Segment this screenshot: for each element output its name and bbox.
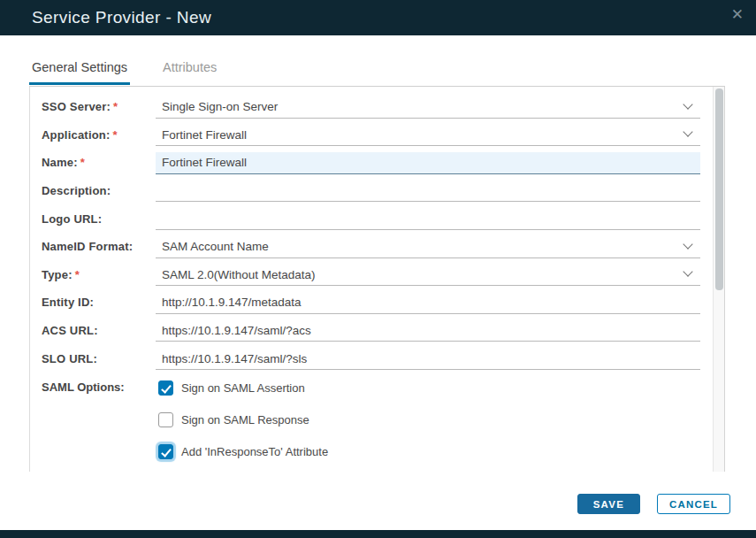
sign-saml-response-option: Sign on SAML Response bbox=[158, 404, 700, 436]
tab-attributes[interactable]: Attributes bbox=[160, 55, 219, 85]
vertical-scrollbar[interactable] bbox=[713, 87, 724, 472]
slo-url-row: SLO URL: https://10.1.9.147/saml/?sls bbox=[42, 344, 713, 373]
nameid-format-row: NameID Format: SAM Account Name bbox=[42, 233, 713, 261]
add-inresponseto-checkbox[interactable] bbox=[158, 444, 173, 459]
entity-id-label: Entity ID: bbox=[42, 296, 94, 309]
slo-url-input[interactable]: https://10.1.9.147/saml/?sls bbox=[156, 348, 700, 370]
add-inresponseto-option: Add 'InResponseTo' Attribute bbox=[158, 436, 700, 468]
sso-server-label: SSO Server: bbox=[42, 100, 111, 113]
saml-options-label: SAML Options: bbox=[42, 373, 156, 468]
required-asterisk: * bbox=[113, 128, 118, 142]
close-icon[interactable]: ✕ bbox=[731, 7, 744, 22]
chevron-down-icon bbox=[683, 127, 692, 137]
checkbox-label: Sign on SAML Response bbox=[181, 413, 309, 427]
chevron-down-icon bbox=[683, 239, 692, 249]
logo-url-input[interactable] bbox=[156, 208, 700, 230]
type-label: Type: bbox=[42, 268, 73, 281]
acs-url-row: ACS URL: https://10.1.9.147/saml/?acs bbox=[42, 317, 713, 345]
nameid-format-label: NameID Format: bbox=[42, 240, 133, 253]
checkbox-label: Sign on SAML Assertion bbox=[181, 381, 305, 395]
dialog-header: Service Provider - New ✕ bbox=[0, 0, 756, 35]
cancel-button[interactable]: CANCEL bbox=[657, 494, 730, 514]
type-select[interactable]: SAML 2.0(Without Metadata) bbox=[156, 265, 700, 287]
name-input[interactable]: Fortinet Firewall bbox=[156, 152, 700, 174]
chevron-down-icon bbox=[683, 267, 692, 277]
name-row: Name:* Fortinet Firewall bbox=[42, 149, 713, 177]
required-asterisk: * bbox=[80, 156, 85, 169]
dialog-footer: SAVE CANCEL bbox=[577, 494, 730, 514]
checkbox-label: Add 'InResponseTo' Attribute bbox=[181, 445, 328, 458]
type-row: Type:* SAML 2.0(Without Metadata) bbox=[42, 261, 713, 289]
application-select[interactable]: Fortinet Firewall bbox=[156, 125, 700, 147]
logo-url-label: Logo URL: bbox=[42, 212, 102, 226]
sign-saml-assertion-option: Sign on SAML Assertion bbox=[158, 373, 700, 404]
required-asterisk: * bbox=[75, 268, 80, 281]
description-row: Description: bbox=[42, 177, 713, 205]
acs-url-input[interactable]: https://10.1.9.147/saml/?acs bbox=[156, 320, 700, 342]
name-label: Name: bbox=[42, 156, 78, 169]
save-button[interactable]: SAVE bbox=[577, 494, 640, 514]
sign-saml-assertion-checkbox[interactable] bbox=[158, 380, 173, 396]
dialog-title: Service Provider - New bbox=[32, 8, 211, 27]
description-label: Description: bbox=[42, 184, 111, 197]
saml-options-row: SAML Options: Sign on SAML Assertion Sig… bbox=[42, 373, 713, 468]
sso-server-select[interactable]: Single Sign-on Server bbox=[156, 96, 700, 119]
logo-url-row: Logo URL: bbox=[42, 204, 713, 233]
chevron-down-icon bbox=[683, 99, 692, 109]
bottom-edge-bar bbox=[0, 530, 756, 538]
nameid-format-select[interactable]: SAM Account Name bbox=[156, 236, 700, 258]
acs-url-label: ACS URL: bbox=[42, 324, 98, 337]
tab-bar: General Settings Attributes bbox=[29, 55, 249, 85]
entity-id-input[interactable]: http://10.1.9.147/metadata bbox=[156, 292, 700, 314]
slo-url-label: SLO URL: bbox=[42, 352, 97, 365]
application-row: Application:* Fortinet Firewall bbox=[42, 121, 713, 150]
service-provider-dialog: Service Provider - New ✕ General Setting… bbox=[0, 0, 756, 538]
required-asterisk: * bbox=[113, 100, 118, 113]
sign-saml-response-checkbox[interactable] bbox=[158, 412, 173, 427]
entity-id-row: Entity ID: http://10.1.9.147/metadata bbox=[42, 288, 713, 317]
tab-general-settings[interactable]: General Settings bbox=[29, 55, 130, 85]
sso-server-row: SSO Server:* Single Sign-on Server bbox=[42, 93, 713, 121]
description-input[interactable] bbox=[156, 181, 700, 203]
application-label: Application: bbox=[42, 128, 111, 142]
general-settings-panel: SSO Server:* Single Sign-on Server Appli… bbox=[29, 86, 725, 472]
scrollbar-thumb[interactable] bbox=[715, 88, 723, 290]
